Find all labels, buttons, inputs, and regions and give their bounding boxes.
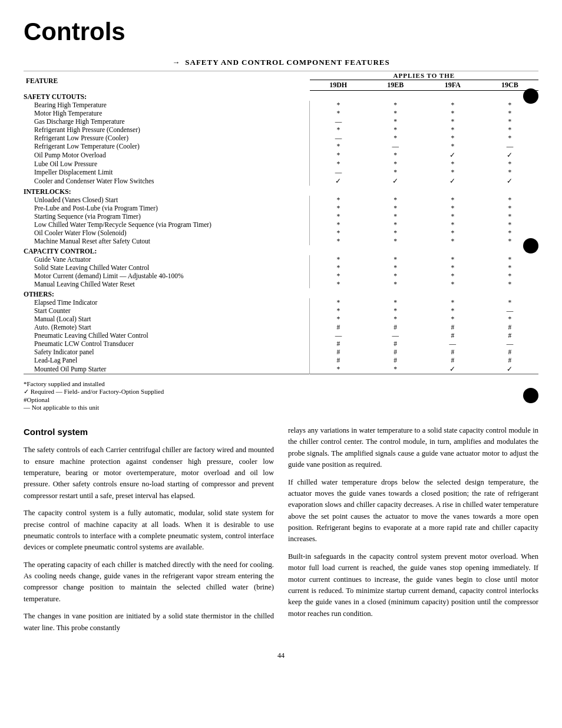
- feature-label: Motor High Temperature: [24, 109, 310, 117]
- feature-label: Auto. (Remote) Start: [24, 323, 310, 331]
- feature-value: *: [424, 272, 481, 280]
- feature-value: —: [367, 142, 424, 150]
- table-row: CAPACITY CONTROL:: [24, 245, 538, 255]
- feature-value: *: [424, 229, 481, 237]
- table-row: Gas Discharge High Temperature—***: [24, 117, 538, 126]
- feature-value: *: [367, 204, 424, 212]
- feature-value: *: [424, 168, 481, 176]
- table-row: Motor Current (demand) Limit — Adjustabl…: [24, 272, 538, 280]
- feature-value: #: [310, 356, 367, 364]
- feature-value: —: [310, 168, 367, 176]
- feature-value: *: [367, 307, 424, 315]
- feature-label: Refrigerant Low Temperature (Cooler): [24, 142, 310, 150]
- feature-label: Machine Manual Reset after Safety Cutout: [24, 237, 310, 245]
- left-para-2: The capacity control system is a fully a…: [24, 508, 274, 554]
- feature-value: #: [424, 331, 481, 340]
- category-label: OTHERS:: [24, 288, 538, 298]
- feature-value: *: [424, 237, 481, 245]
- feature-value: ✓: [424, 176, 481, 186]
- feature-value: ✓: [424, 364, 481, 374]
- right-para-1: relays any variations in water temperatu…: [288, 425, 538, 471]
- feature-label: Pneumatic Leaving Chilled Water Control: [24, 331, 310, 340]
- feature-value: *: [424, 196, 481, 204]
- feature-value: *: [367, 255, 424, 263]
- feature-value: *: [367, 237, 424, 245]
- table-row: Bearing High Temperature****: [24, 101, 538, 109]
- table-row: Pre-Lube and Post-Lube (via Program Time…: [24, 204, 538, 212]
- table-row: Start Counter***—: [24, 307, 538, 315]
- table-row: Pneumatic LCW Control Transducer##——: [24, 340, 538, 348]
- feature-value: *: [367, 212, 424, 220]
- badge-circle-1: [523, 88, 538, 104]
- feature-value: *: [424, 263, 481, 272]
- table-row: Cooler and Condenser Water Flow Switches…: [24, 176, 538, 186]
- feature-label: Refrigerant Low Pressure (Cooler): [24, 134, 310, 142]
- feature-value: *: [424, 212, 481, 220]
- feature-label: Motor Current (demand) Limit — Adjustabl…: [24, 272, 310, 280]
- table-row: Solid State Leaving Chilled Water Contro…: [24, 263, 538, 272]
- table-row: Lube Oil Low Pressure****: [24, 160, 538, 168]
- feature-value: *: [424, 220, 481, 229]
- feature-value: *: [310, 101, 367, 109]
- table-row: Elapsed Time Indicator****: [24, 298, 538, 307]
- table-row: Refrigerant High Pressure (Condenser)***…: [24, 126, 538, 134]
- feature-value: *: [367, 272, 424, 280]
- table-applies-row: FEATURE APPLIES TO THE: [24, 71, 538, 80]
- table-row: Impeller Displacement Limit—***: [24, 168, 538, 176]
- col-header-19dh: 19DH: [310, 80, 367, 91]
- feature-value: *: [310, 307, 367, 315]
- feature-value: *: [310, 196, 367, 204]
- feature-value: *: [367, 280, 424, 288]
- feature-label: Elapsed Time Indicator: [24, 298, 310, 307]
- feature-label: Pre-Lube and Post-Lube (via Program Time…: [24, 204, 310, 212]
- feature-label: Cooler and Condenser Water Flow Switches: [24, 176, 310, 186]
- feature-label: Low Chilled Water Temp/Recycle Sequence …: [24, 220, 310, 229]
- footnotes: *Factory supplied and installed ✓ Requir…: [24, 380, 538, 411]
- feature-value: *: [310, 263, 367, 272]
- feature-value: *: [367, 263, 424, 272]
- feature-value: *: [424, 307, 481, 315]
- left-col: Control system The safety controls of ea…: [24, 425, 274, 640]
- feature-value: *: [367, 220, 424, 229]
- category-label: SAFETY CUTOUTS:: [24, 91, 538, 101]
- feature-value: *: [367, 196, 424, 204]
- table-row: OTHERS:: [24, 288, 538, 298]
- table-row: SAFETY CUTOUTS:: [24, 91, 538, 101]
- feature-value: #: [310, 323, 367, 331]
- feature-value: *: [310, 160, 367, 168]
- col-header-19eb: 19EB: [367, 80, 424, 91]
- feature-value: ✓: [310, 176, 367, 186]
- feature-value: *: [367, 298, 424, 307]
- feature-value: *: [367, 117, 424, 126]
- table-row: Unloaded (Vanes Closed) Start****: [24, 196, 538, 204]
- table-row: Lead-Lag Panel####: [24, 356, 538, 364]
- feature-value: *: [424, 126, 481, 134]
- table-row: Auto. (Remote) Start####: [24, 323, 538, 331]
- feature-value: —: [310, 117, 367, 126]
- footnote-star: *Factory supplied and installed: [24, 380, 538, 387]
- table-row: Manual Leaving Chilled Water Reset****: [24, 280, 538, 288]
- table-row: Oil Pump Motor Overload**✓✓: [24, 150, 538, 160]
- feature-value: *: [310, 126, 367, 134]
- feature-value: *: [424, 109, 481, 117]
- feature-value: *: [310, 298, 367, 307]
- feature-value: #: [367, 356, 424, 364]
- feature-label: Guide Vane Actuator: [24, 255, 310, 263]
- feature-value: —: [310, 134, 367, 142]
- feature-label: Lead-Lag Panel: [24, 356, 310, 364]
- left-para-3: The operating capacity of each chiller i…: [24, 559, 274, 605]
- feature-value: *: [367, 109, 424, 117]
- feature-value: *: [310, 280, 367, 288]
- feature-value: *: [424, 134, 481, 142]
- table-row: Pneumatic Leaving Chilled Water Control—…: [24, 331, 538, 340]
- feature-table: FEATURE APPLIES TO THE 19DH 19EB 19FA 19…: [24, 71, 538, 374]
- feature-label: Lube Oil Low Pressure: [24, 160, 310, 168]
- footnote-check-symbol: ✓: [24, 388, 31, 395]
- table-row: Refrigerant Low Temperature (Cooler)*—*—: [24, 142, 538, 150]
- table-row: Low Chilled Water Temp/Recycle Sequence …: [24, 220, 538, 229]
- feature-label: Impeller Displacement Limit: [24, 168, 310, 176]
- feature-value: *: [424, 280, 481, 288]
- feature-value: *: [367, 134, 424, 142]
- right-para-3: Built-in safeguards in the capacity cont…: [288, 551, 538, 620]
- feature-value: *: [367, 150, 424, 160]
